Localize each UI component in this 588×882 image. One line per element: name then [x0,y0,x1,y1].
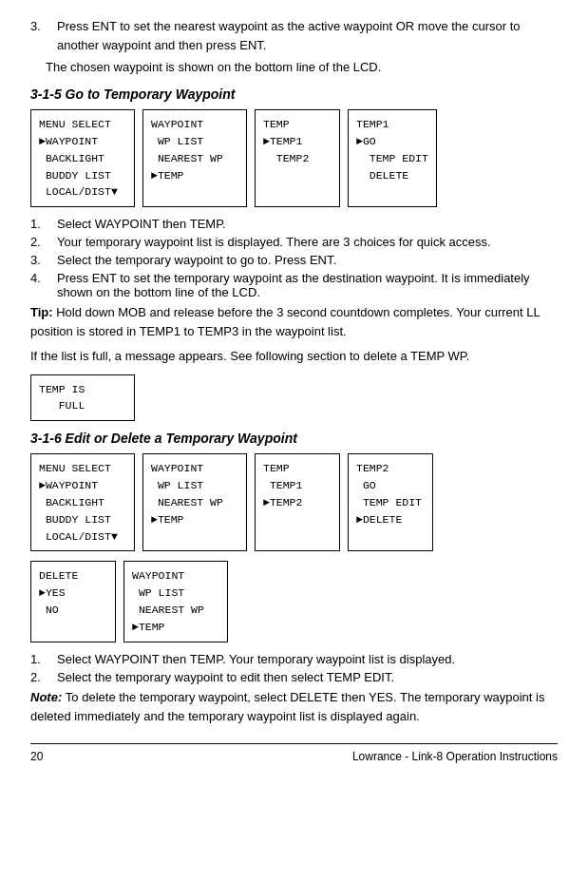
intro-indent: The chosen waypoint is shown on the bott… [46,58,558,77]
list-item: 1. Select WAYPOINT then TEMP. Your tempo… [30,652,558,666]
step-text: Select WAYPOINT then TEMP. [57,217,226,231]
step-text: Select the temporary waypoint to edit th… [57,670,394,684]
section1-lcd-row: MENU SELECT ►WAYPOINT BACKLIGHT BUDDY LI… [30,109,558,207]
note-text: To delete the temporary waypoint, select… [30,690,544,723]
section1-steps: 1. Select WAYPOINT then TEMP. 2. Your te… [30,217,558,299]
section2-steps: 1. Select WAYPOINT then TEMP. Your tempo… [30,652,558,684]
section2-lcd-row2: DELETE ►YES NO WAYPOINT WP LIST NEAREST … [30,561,558,642]
tip-text: Hold down MOB and release before the 3 s… [30,305,540,338]
step-text: Press ENT to set the nearest waypoint as… [57,17,558,54]
if-full-text: If the list is full, a message appears. … [30,347,558,366]
intro-step-3: 3. Press ENT to set the nearest waypoint… [30,17,558,54]
list-item: 1. Select WAYPOINT then TEMP. [30,217,558,231]
lcd-s2-3: TEMP TEMP1 ►TEMP2 [255,453,340,551]
step-num: 1. [30,217,57,231]
list-item: 3. Select the temporary waypoint to go t… [30,253,558,267]
lcd-s2-1: MENU SELECT ►WAYPOINT BACKLIGHT BUDDY LI… [30,453,135,551]
lcd-screen-1: MENU SELECT ►WAYPOINT BACKLIGHT BUDDY LI… [30,109,135,207]
tip-label: Tip: [30,305,56,319]
lcd-s2-6: WAYPOINT WP LIST NEAREST WP ►TEMP [123,561,228,642]
lcd-screen-3: TEMP ►TEMP1 TEMP2 [255,109,340,207]
step-num: 1. [30,652,57,666]
lcd-screen-4: TEMP1 ►GO TEMP EDIT DELETE [348,109,437,207]
footer-title: Lowrance - Link-8 Operation Instructions [352,750,558,763]
section2-heading: 3-1-6 Edit or Delete a Temporary Waypoin… [30,431,558,446]
step-text: Select the temporary waypoint to go to. … [57,253,336,267]
full-lcd-screen: TEMP IS FULL [30,374,135,422]
lcd-screen-2: WAYPOINT WP LIST NEAREST WP ►TEMP [142,109,247,207]
section2-lcd-row1: MENU SELECT ►WAYPOINT BACKLIGHT BUDDY LI… [30,453,558,551]
step-text: Your temporary waypoint list is displaye… [57,235,491,249]
note-paragraph: Note: To delete the temporary waypoint, … [30,688,558,726]
tip-paragraph: Tip: Hold down MOB and release before th… [30,303,558,341]
list-item: 2. Your temporary waypoint list is displ… [30,235,558,249]
step-num: 3. [30,253,57,267]
section1-heading: 3-1-5 Go to Temporary Waypoint [30,86,558,102]
lcd-s2-5: DELETE ►YES NO [30,561,116,642]
lcd-s2-4: TEMP2 GO TEMP EDIT ►DELETE [348,453,433,551]
full-screen-row: TEMP IS FULL [30,374,558,422]
step-num: 3. [30,17,57,54]
step-num: 2. [30,670,57,684]
step-text: Press ENT to set the temporary waypoint … [57,271,558,299]
list-item: 4. Press ENT to set the temporary waypoi… [30,271,558,299]
footer: 20 Lowrance - Link-8 Operation Instructi… [30,743,558,763]
note-label: Note: [30,690,66,704]
step-num: 2. [30,235,57,249]
lcd-s2-2: WAYPOINT WP LIST NEAREST WP ►TEMP [142,453,247,551]
list-item: 2. Select the temporary waypoint to edit… [30,670,558,684]
footer-page-num: 20 [30,750,43,763]
step-num: 4. [30,271,57,299]
step-text: Select WAYPOINT then TEMP. Your temporar… [57,652,455,666]
